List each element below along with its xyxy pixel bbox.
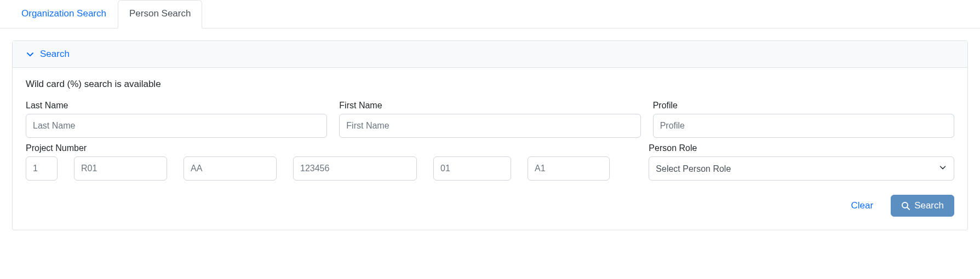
last-name-input[interactable] [26,114,327,138]
project-number-group [26,156,637,181]
svg-line-1 [907,207,909,210]
search-button[interactable]: Search [891,195,954,217]
tab-organization-search[interactable]: Organization Search [10,0,118,28]
project-number-part-3[interactable] [184,156,277,181]
tab-person-search[interactable]: Person Search [118,0,202,28]
search-button-label: Search [914,200,944,211]
last-name-label: Last Name [26,101,327,111]
project-number-part-4[interactable] [293,156,417,181]
search-panel-body: Wild card (%) search is available Last N… [13,68,967,230]
clear-button[interactable]: Clear [849,197,876,214]
wildcard-hint: Wild card (%) search is available [26,79,954,90]
project-number-part-1[interactable] [26,156,58,181]
first-name-input[interactable] [339,114,640,138]
project-number-part-6[interactable] [528,156,610,181]
actions-row: Clear Search [26,195,954,217]
project-number-part-2[interactable] [74,156,167,181]
search-panel-title: Search [40,49,70,60]
tab-bar: Organization Search Person Search [0,0,980,28]
project-number-label: Project Number [26,143,637,153]
tab-label: Person Search [129,8,191,19]
search-panel-header[interactable]: Search [13,41,967,68]
project-number-part-5[interactable] [433,156,511,181]
profile-label: Profile [653,101,954,111]
person-role-select[interactable]: Select Person Role [649,156,954,181]
profile-input[interactable] [653,114,954,138]
clear-button-label: Clear [851,200,874,211]
search-icon [901,201,910,210]
person-role-label: Person Role [649,143,954,153]
search-panel: Search Wild card (%) search is available… [12,40,968,230]
first-name-label: First Name [339,101,640,111]
chevron-down-icon [26,50,35,59]
tab-label: Organization Search [21,8,106,19]
